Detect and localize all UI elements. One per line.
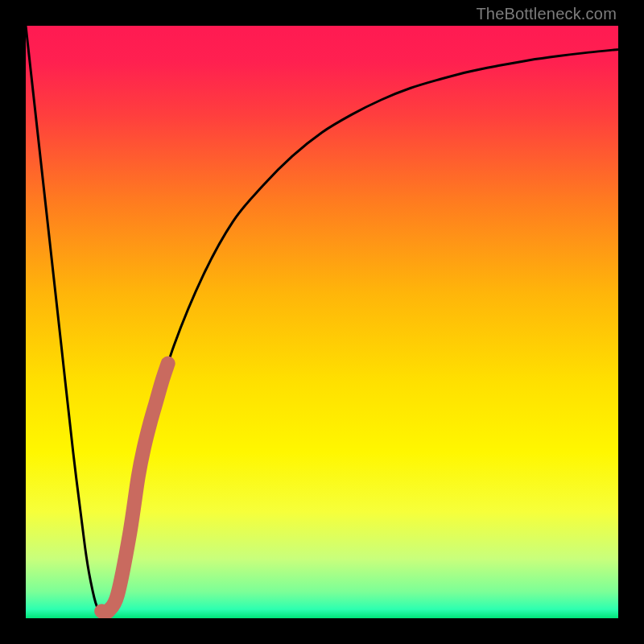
- attribution-text: TheBottleneck.com: [476, 5, 617, 23]
- chart-svg: [26, 26, 618, 618]
- plot-area: [26, 26, 618, 618]
- chart-frame: TheBottleneck.com: [0, 0, 644, 644]
- gradient-background: [26, 26, 618, 618]
